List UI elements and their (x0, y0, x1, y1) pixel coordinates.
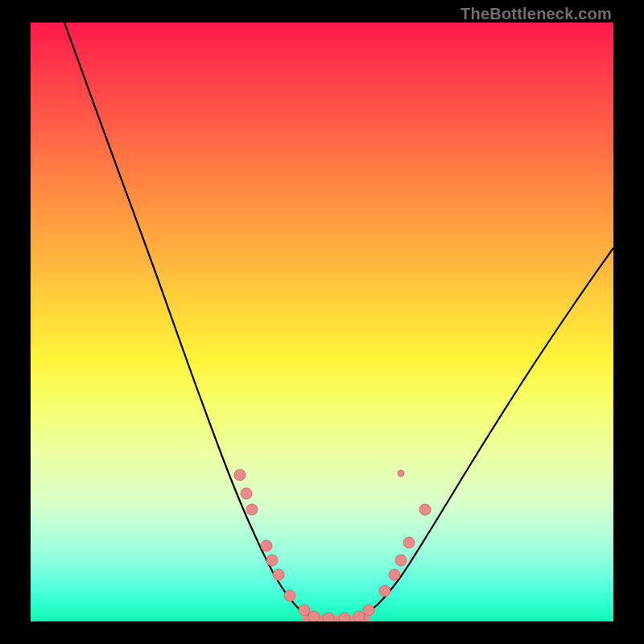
data-marker (273, 569, 284, 580)
data-marker (234, 469, 246, 481)
data-markers (234, 469, 431, 621)
data-marker (403, 537, 415, 548)
data-marker (308, 611, 320, 621)
chart-svg (31, 23, 613, 621)
data-marker (389, 569, 400, 580)
data-marker (241, 488, 252, 499)
data-marker (284, 590, 295, 601)
data-marker (246, 504, 258, 515)
watermark-text: TheBottleneck.com (460, 5, 612, 23)
left-curve (64, 23, 312, 617)
data-marker (353, 611, 365, 621)
plot-area (31, 23, 613, 621)
chart-frame: TheBottleneck.com (0, 0, 644, 644)
data-marker (299, 605, 310, 616)
data-marker (398, 470, 404, 477)
data-marker (379, 585, 390, 597)
data-marker (339, 613, 350, 621)
data-marker (419, 504, 431, 515)
data-marker (363, 605, 374, 616)
data-marker (261, 540, 272, 551)
data-marker (323, 613, 334, 621)
data-marker (395, 555, 407, 566)
data-marker (266, 555, 278, 566)
